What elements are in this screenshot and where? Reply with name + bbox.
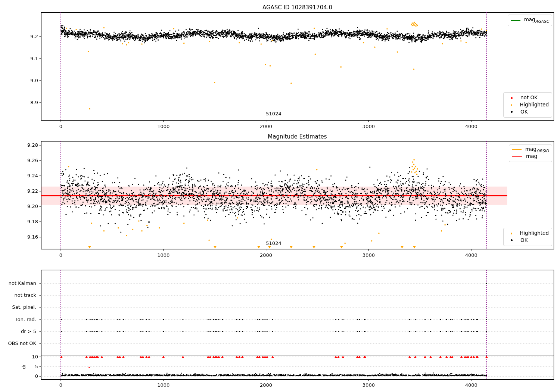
flag-row-label-obs-not-ok: OBS not OK — [0, 340, 36, 346]
highlighted-mid-dot-swatch — [511, 233, 512, 234]
mag-label: mag — [526, 154, 537, 160]
x-tick-label: 1000 — [150, 382, 177, 388]
highlighted-label: Highlighted — [520, 102, 549, 108]
legend-item-mag-agasc: magAGASC — [511, 17, 549, 23]
y-tick-label: 9.18 — [19, 219, 38, 224]
x-tick-label: 4000 — [458, 252, 484, 258]
figure: AGASC ID 1028391704.0 Magnitude Estimate… — [0, 0, 560, 392]
x-tick-label: 0 — [48, 124, 74, 129]
ok-dot-swatch — [511, 111, 513, 113]
x-tick-label: 2000 — [253, 252, 279, 258]
y-tick-label: 9.24 — [19, 173, 38, 178]
y-tick-label: 9.16 — [19, 234, 38, 240]
highlighted-mid-label: Highlighted — [520, 231, 549, 236]
flag-row-label-ion-rad: Ion. rad. — [0, 317, 36, 322]
not-ok-label: not OK — [520, 95, 538, 100]
flag-row-label-not-track: not track — [0, 292, 36, 298]
x-tick-label: 2000 — [253, 124, 279, 129]
x-tick-label: 4000 — [458, 382, 484, 388]
y-tick-label: 9.0 — [19, 78, 38, 83]
mag-obsid-line-swatch — [512, 149, 522, 150]
obsid-annotation-middle: 51024 — [259, 240, 289, 246]
mag-agasc-line-swatch — [511, 20, 520, 21]
mag-obsid-label: magOBSID — [525, 147, 549, 153]
ok-mid-dot-swatch — [511, 239, 513, 241]
y-tick-label: 9.28 — [19, 142, 38, 148]
legend-item-highlighted: Highlighted — [507, 102, 549, 108]
dr-tick-label: 0 — [19, 373, 38, 379]
legend-item-mag: mag — [512, 154, 549, 160]
mag-agasc-label: magAGASC — [524, 17, 549, 23]
y-tick-label: 9.26 — [19, 158, 38, 163]
highlighted-dot-swatch — [511, 104, 512, 106]
y-tick-label: 9.20 — [19, 203, 38, 209]
flag-row-label-dr-gt-5: dr > 5 — [0, 329, 36, 334]
dr-tick-label: 5 — [19, 364, 38, 369]
legend-item-highlighted-mid: Highlighted — [507, 231, 549, 236]
dr-tick-label: 10 — [19, 354, 38, 360]
ok-mid-label: OK — [520, 238, 528, 243]
middle-plot-title: Magnitude Estimates — [41, 133, 554, 140]
x-tick-label: 4000 — [458, 124, 484, 129]
y-tick-label: 9.1 — [19, 56, 38, 61]
legend-item-ok: OK — [507, 109, 549, 115]
top-plot-title: AGASC ID 1028391704.0 — [41, 4, 554, 11]
legend-item-mag-obsid: magOBSID — [512, 147, 549, 153]
legend-item-not-ok: not OK — [507, 95, 549, 100]
legend-top-categories: not OK Highlighted OK — [503, 92, 552, 118]
x-tick-label: 3000 — [355, 252, 382, 258]
legend-mag-agasc: magAGASC — [508, 15, 552, 26]
x-tick-label: 1000 — [150, 124, 177, 129]
x-tick-label: 0 — [48, 252, 74, 258]
x-tick-label: 3000 — [355, 124, 382, 129]
mag-line-swatch — [512, 156, 522, 157]
y-tick-label: 9.22 — [19, 188, 38, 194]
plots-canvas — [0, 0, 560, 392]
y-tick-label: 8.9 — [19, 100, 38, 105]
x-tick-label: 1000 — [150, 252, 177, 258]
flag-row-label-not-kalman: not Kalman — [0, 280, 36, 286]
legend-middle-categories: Highlighted OK — [503, 228, 552, 246]
flag-row-label-sat-pixel: Sat. pixel. — [0, 304, 36, 310]
not-ok-dot-swatch — [511, 97, 513, 99]
y-tick-label: 9.2 — [19, 34, 38, 39]
ok-label: OK — [520, 109, 528, 115]
x-tick-label: 3000 — [355, 382, 382, 388]
x-tick-label: 2000 — [253, 382, 279, 388]
legend-item-ok-mid: OK — [507, 238, 549, 243]
legend-mag-lines: magOBSID mag — [509, 144, 552, 162]
obsid-annotation-top: 51024 — [259, 111, 289, 116]
x-tick-label: 0 — [48, 382, 74, 388]
